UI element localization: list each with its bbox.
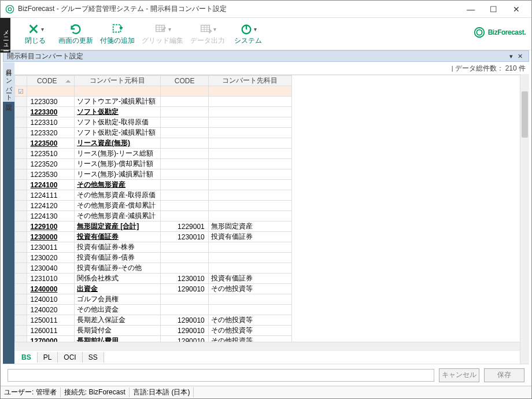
row-selector[interactable] [15, 149, 27, 159]
cell-dst-name[interactable] [208, 211, 291, 221]
table-row[interactable]: 1223510リース(無形)-リース総額 [15, 149, 292, 159]
cell-code2[interactable] [161, 138, 208, 149]
cell-dst-name[interactable] [208, 190, 291, 201]
cell-dst-name[interactable]: 投資有価証券 [208, 274, 291, 284]
table-row[interactable]: 1240000出資金1290010その他投資等 [15, 284, 292, 294]
table-row[interactable]: 1230000投資有価証券1230010投資有価証券 [15, 232, 292, 242]
cell-code[interactable]: 1230040 [27, 263, 74, 274]
scroll-thumb[interactable] [522, 91, 528, 138]
table-row[interactable]: 1231010関係会社株式1230010投資有価証券 [15, 274, 292, 284]
cell-dst-name[interactable] [208, 242, 291, 253]
cell-dst-name[interactable] [208, 138, 291, 149]
tab-ss[interactable]: SS [83, 352, 104, 363]
cell-src-name[interactable]: リース(無形)-リース総額 [75, 149, 161, 159]
cell-code2[interactable]: 1229001 [161, 221, 208, 232]
table-row[interactable]: 1223030ソフトウエア-減損累計額 [15, 97, 292, 107]
cell-src-name[interactable]: その他無形資産 [75, 180, 161, 190]
cell-dst-name[interactable] [208, 149, 291, 159]
col-dst-name[interactable]: コンバート先科目 [208, 76, 291, 86]
cell-code[interactable]: 1223300 [27, 107, 74, 117]
side-tab-convert-settings[interactable]: 科目コンバート設定 [3, 62, 14, 102]
tab-oci[interactable]: OCI [58, 352, 82, 363]
minimize-button[interactable]: — [460, 2, 481, 16]
cell-code2[interactable]: 1290010 [161, 284, 208, 294]
row-selector[interactable] [15, 315, 27, 326]
cell-dst-name[interactable] [208, 305, 291, 315]
cell-code[interactable]: 1240000 [27, 284, 74, 294]
cell-src-name[interactable]: ソフト仮勘定-減損累計額 [75, 128, 161, 138]
cell-code[interactable]: 1230000 [27, 232, 74, 242]
cell-code2[interactable] [161, 169, 208, 180]
cell-dst-name[interactable]: 投資有価証券 [208, 232, 291, 242]
cell-code2[interactable] [161, 97, 208, 107]
cell-code2[interactable]: 1230010 [161, 232, 208, 242]
cell-code[interactable]: 1223030 [27, 97, 74, 107]
table-row[interactable]: 1223530リース(無形)-減損累計額 [15, 169, 292, 180]
cell-dst-name[interactable]: その他投資等 [208, 326, 291, 336]
table-row[interactable]: 1270000長期前払費用1290010その他投資等 [15, 336, 292, 342]
row-selector[interactable] [15, 117, 27, 128]
cell-dst-name[interactable] [208, 201, 291, 211]
row-selector[interactable] [15, 253, 27, 263]
row-selector[interactable] [15, 201, 27, 211]
row-selector[interactable] [15, 336, 27, 342]
cell-src-name[interactable]: 関係会社株式 [75, 274, 161, 284]
row-selector[interactable] [15, 107, 27, 117]
table-row[interactable]: 1223300ソフト仮勘定 [15, 107, 292, 117]
cell-code[interactable]: 1260011 [27, 326, 74, 336]
add-appendix-button[interactable]: 付箋の追加 [100, 22, 135, 46]
cell-src-name[interactable]: その他無形資産-減損累計 [75, 211, 161, 221]
cell-src-name[interactable]: ゴルフ会員権 [75, 294, 161, 305]
cell-code2[interactable]: 1290010 [161, 315, 208, 326]
row-selector[interactable] [15, 159, 27, 169]
row-selector[interactable] [15, 294, 27, 305]
row-selector[interactable] [15, 190, 27, 201]
cell-code2[interactable] [161, 180, 208, 190]
cell-code2[interactable]: 1290010 [161, 336, 208, 342]
table-row[interactable]: 1223320ソフト仮勘定-減損累計額 [15, 128, 292, 138]
row-selector[interactable] [15, 138, 27, 149]
cell-code2[interactable] [161, 190, 208, 201]
filter-toggle[interactable]: ☑ [15, 86, 27, 97]
cell-src-name[interactable]: リース(無形)-償却累計額 [75, 159, 161, 169]
cell-src-name[interactable]: 長期前払費用 [75, 336, 161, 342]
cell-src-name[interactable]: 長期貸付金 [75, 326, 161, 336]
cell-src-name[interactable]: リース(無形)-減損累計額 [75, 169, 161, 180]
row-selector[interactable] [15, 305, 27, 315]
cell-code[interactable]: 1240010 [27, 294, 74, 305]
cell-code[interactable]: 1270000 [27, 336, 74, 342]
cell-dst-name[interactable]: その他投資等 [208, 336, 291, 342]
cell-dst-name[interactable] [208, 97, 291, 107]
cell-src-name[interactable]: ソフトウエア-減損累計額 [75, 97, 161, 107]
cell-code2[interactable] [161, 149, 208, 159]
filter-src-name[interactable] [75, 86, 161, 97]
cell-src-name[interactable]: 無形固定資産 [合計] [75, 221, 161, 232]
cell-code[interactable]: 1224120 [27, 201, 74, 211]
cell-dst-name[interactable] [208, 294, 291, 305]
tab-bs[interactable]: BS [16, 352, 38, 363]
cell-code[interactable]: 1224111 [27, 190, 74, 201]
row-selector[interactable] [15, 180, 27, 190]
cell-src-name[interactable]: その他無形資産-償却累計 [75, 201, 161, 211]
cell-code[interactable]: 1230011 [27, 242, 74, 253]
cell-dst-name[interactable] [208, 107, 291, 117]
cell-src-name[interactable]: 長期差入保証金 [75, 315, 161, 326]
panel-dropdown-button[interactable]: ▾ [507, 53, 515, 60]
cell-code2[interactable] [161, 294, 208, 305]
tab-pl[interactable]: PL [38, 352, 58, 363]
cell-dst-name[interactable] [208, 117, 291, 128]
cell-code2[interactable] [161, 305, 208, 315]
filter-code2[interactable] [161, 86, 208, 97]
cell-code2[interactable] [161, 253, 208, 263]
cell-dst-name[interactable] [208, 180, 291, 190]
cell-code[interactable]: 1240020 [27, 305, 74, 315]
cell-src-name[interactable]: 出資金 [75, 284, 161, 294]
row-selector[interactable] [15, 232, 27, 242]
command-input[interactable] [8, 369, 434, 382]
table-row[interactable]: 1240020その他出資金 [15, 305, 292, 315]
cell-code2[interactable] [161, 128, 208, 138]
cell-code2[interactable] [161, 117, 208, 128]
table-row[interactable]: 1230040投資有価証券-その他 [15, 263, 292, 274]
row-selector[interactable] [15, 284, 27, 294]
cell-src-name[interactable]: その他出資金 [75, 305, 161, 315]
